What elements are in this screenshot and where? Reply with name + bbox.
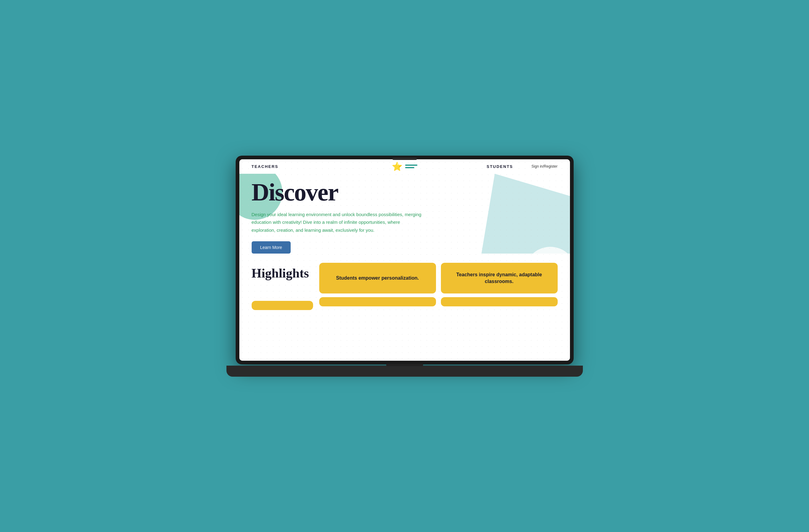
highlights-layout: Highlights Students empower personalizat… <box>252 263 558 294</box>
laptop-screen: TEACHERS ⭐ STUDENTS Sign i <box>239 159 570 361</box>
learn-more-button[interactable]: Learn More <box>252 241 291 253</box>
hero-text-area: Discover Design your ideal learning envi… <box>252 180 442 254</box>
highlight-card-teachers: Teachers inspire dynamic, adaptable clas… <box>441 263 558 294</box>
nav-teachers-link[interactable]: TEACHERS <box>252 164 279 169</box>
nav-signin-link[interactable]: Sign in/Register <box>532 164 558 169</box>
logo-star-icon: ⭐ <box>392 161 402 172</box>
nav-right: STUDENTS Sign in/Register <box>487 164 558 169</box>
hero-title: Discover <box>252 180 442 205</box>
logo-lines <box>405 164 417 168</box>
nav-logo: ⭐ <box>392 161 417 172</box>
highlight-cards: Students empower personalization. Teache… <box>319 263 558 294</box>
laptop-frame: TEACHERS ⭐ STUDENTS Sign i <box>236 156 574 377</box>
logo-line-2 <box>405 167 414 168</box>
nav-left: TEACHERS <box>252 164 297 169</box>
nav-students-link[interactable]: STUDENTS <box>487 164 513 169</box>
highlight-bottom-card-right <box>441 297 558 306</box>
navbar: TEACHERS ⭐ STUDENTS Sign i <box>239 159 570 174</box>
logo-line-1 <box>405 164 417 166</box>
highlight-bottom-card-mid <box>319 297 436 306</box>
laptop-hinge <box>386 364 423 366</box>
highlights-section: Highlights Students empower personalizat… <box>239 253 570 310</box>
highlight-card-students: Students empower personalization. <box>319 263 436 294</box>
laptop-body: TEACHERS ⭐ STUDENTS Sign i <box>236 156 574 365</box>
highlight-card-teachers-text: Teachers inspire dynamic, adaptable clas… <box>447 271 552 285</box>
highlight-bottom-card-left <box>252 301 313 310</box>
highlight-card-students-text: Students empower personalization. <box>336 275 419 282</box>
hero-description: Design your ideal learning environment a… <box>252 211 424 234</box>
highlights-title: Highlights <box>252 263 313 281</box>
laptop-base <box>226 366 583 377</box>
screen-content: TEACHERS ⭐ STUDENTS Sign i <box>239 159 570 361</box>
